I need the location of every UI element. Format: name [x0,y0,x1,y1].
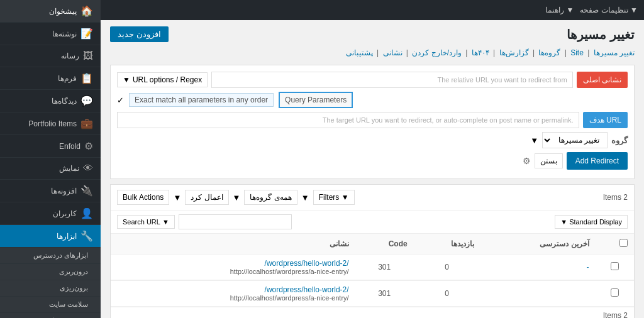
url-main-link-1[interactable]: /wordpress/hello-world-2/ [265,285,349,294]
checkbox-cell-0 [596,255,634,280]
breadcrumb-link-404[interactable]: ۴۰۴ها [472,48,489,57]
sidebar-item-tools[interactable]: ابزارها🔧 [0,225,101,248]
redirects-table: نشانی Code بازدیدها آخرین دسترسی /wordpr… [111,234,634,307]
sidebar-item-personal-data-export[interactable]: برون‌ریزی داده شخصی [0,313,101,318]
content-area: تغییر مسیرها افزودن جدید تغییر مسیرها | … [101,20,644,318]
sidebar: پیشخوان🏠نوشته‌ها📝رسانه🖼فرم‌ها📋دیدگاه‌ها💬… [0,0,101,318]
sidebar-label: ابزارها [57,232,77,241]
breadcrumb-link-import[interactable]: وارد/خارج کردن [412,48,462,57]
th-visits: بازدیدها [414,234,480,255]
portfolio-icon: 💼 [80,118,93,129]
last-access-cell-0[interactable]: - [480,255,596,280]
sidebar-label: دیدگاه‌ها [52,97,77,106]
breadcrumb-link-url[interactable]: نشانی [383,48,402,57]
sidebar-item-available-tools[interactable]: ابزارهای دردسترس [0,248,101,264]
select-all-checkbox[interactable] [619,239,628,247]
url-options-dropdown[interactable]: URL options / Regex ▼ [117,72,208,87]
sidebar-item-forms[interactable]: فرم‌ها📋 [0,67,101,90]
sidebar-item-plugins[interactable]: افزونه‌ها🔌 [0,180,101,202]
group-row: گروه تغییر مسیرها ▼ [117,132,628,148]
sidebar-item-users[interactable]: کاربران👤 [0,202,101,225]
media-icon: 🖼 [83,50,93,62]
th-code: Code [355,234,414,255]
dashboard-icon: 🏠 [80,5,93,17]
topbar-help[interactable]: راهنما ▼ [545,6,574,14]
th-url: نشانی [111,234,355,255]
sidebar-label: Enfold [59,142,80,151]
source-input[interactable] [211,72,572,88]
apply-button[interactable]: اعمال کرد [185,190,228,205]
filters-button[interactable]: Filters ▼ [313,190,355,205]
display-icon: 👁 [83,163,93,174]
enfold-icon: ⚙ [84,140,93,152]
sidebar-label: پیشخوان [49,7,77,16]
sidebar-item-dashboard[interactable]: پیشخوان🏠 [0,0,101,23]
groups-button[interactable]: همه‌ی گروه‌ها [244,190,297,205]
sidebar-item-posts[interactable]: نوشته‌ها📝 [0,23,101,45]
items-footer: Items 2 [111,307,634,318]
row-checkbox-0[interactable] [611,262,619,270]
target-input[interactable] [117,112,579,128]
search-input[interactable] [179,214,292,229]
breadcrumb-link-support[interactable]: پشتیبانی [346,48,373,57]
sidebar-label: افزونه‌ها [51,187,77,195]
row-checkbox-1[interactable] [611,288,619,297]
breadcrumb-link-site[interactable]: Site [570,48,584,57]
sidebar-item-site-health[interactable]: سلامت سایت [0,297,101,313]
breadcrumb-link-redirects[interactable]: تغییر مسیرها [594,48,635,57]
group-select[interactable]: تغییر مسیرها [542,132,608,148]
comments-icon: 💬 [80,95,93,107]
bulk-actions-button[interactable]: Bulk Actions [117,190,169,205]
add-new-button[interactable]: افزودن جدید [110,26,169,42]
sidebar-item-display[interactable]: نمایش👁 [0,158,101,180]
redirect-form: نشانی اصلی URL options / Regex ▼ Query P… [110,65,635,179]
sidebar-label: کاربران [53,209,77,218]
table-topbar-actions: Bulk Actions ▼ اعمال کرد ▼ همه‌ی گروه‌ها… [117,190,355,205]
table-header-row: نشانی Code بازدیدها آخرین دسترسی [111,234,634,255]
action-row: Add Redirect بستن ⚙ [117,152,628,170]
visits-cell-1: 0 [414,281,480,307]
items-count: Items 2 [603,193,628,202]
breadcrumb: تغییر مسیرها | Site | گروه‌ها | گزارش‌ها… [110,48,635,57]
url-cell-1: /wordpress/hello-world-2/ /http://localh… [111,281,355,307]
sidebar-item-export[interactable]: برون‌ریزی [0,280,101,297]
group-label: گروه [611,136,628,145]
code-cell-1: 301 [355,281,414,307]
search-row: Search URL ▼ ▼ Standard Display [111,211,634,234]
sidebar-item-media[interactable]: رسانه🖼 [0,45,101,67]
search-url-button[interactable]: Search URL ▼ [117,215,175,229]
sidebar-label: رسانه [61,52,79,60]
sidebar-item-enfold[interactable]: Enfold⚙ [0,135,101,158]
sidebar-label: Portfolio Items [28,119,77,128]
query-params-label: Query Parameters [279,92,353,108]
sidebar-item-import[interactable]: درون‌ریزی [0,264,101,280]
th-last-access: آخرین دسترسی [480,234,596,255]
url-main-link-0[interactable]: /wordpress/hello-world-2/ [265,259,349,268]
last-access-cell-1 [480,281,596,307]
add-redirect-button[interactable]: Add Redirect [567,152,628,170]
target-label: URL هدف [583,112,628,128]
display-button[interactable]: ▼ Standard Display [555,215,628,229]
url-sub-1: /http://localhost/wordpress/a-nice-entry [117,294,349,302]
sidebar-item-portfolio[interactable]: Portfolio Items💼 [0,112,101,135]
visits-cell-0: 0 [414,255,480,280]
redirect-table-area: Items 2 Bulk Actions ▼ اعمال کرد ▼ همه‌ی… [110,184,635,318]
breadcrumb-link-groups[interactable]: گروه‌ها [538,48,560,57]
settings-icon[interactable]: ⚙ [523,156,531,166]
sidebar-item-comments[interactable]: دیدگاه‌ها💬 [0,90,101,112]
topbar-settings[interactable]: تنظیمات صفحه ▼ [580,6,638,14]
close-button[interactable]: بستن [535,153,563,168]
breadcrumb-link-reports[interactable]: گزارش‌ها [499,48,529,57]
table-topbar: Items 2 Bulk Actions ▼ اعمال کرد ▼ همه‌ی… [111,185,634,211]
code-cell-0: 301 [355,255,414,280]
plugins-icon: 🔌 [80,185,93,197]
sidebar-label: نوشته‌ها [52,30,77,38]
tools-icon: 🔧 [80,230,93,242]
page-title: تغییر مسیرها [567,27,635,42]
table-row: /wordpress/hello-world-2/ /http://localh… [111,281,634,307]
th-checkbox [596,234,634,255]
forms-icon: 📋 [80,72,93,84]
source-label: نشانی اصلی [577,72,628,88]
target-row: URL هدف [117,112,628,128]
users-icon: 👤 [80,207,93,219]
